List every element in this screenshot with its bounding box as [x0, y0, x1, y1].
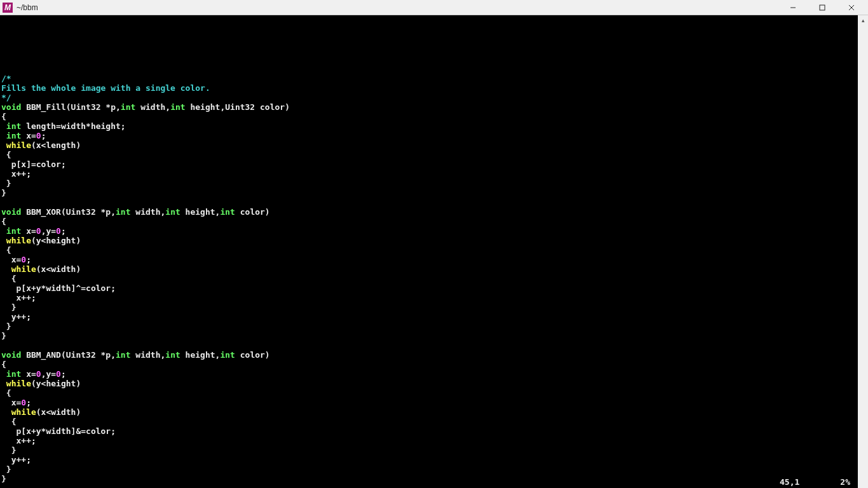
titlebar[interactable]: M ~/bbm: [0, 0, 868, 15]
code-line: x++;: [1, 436, 868, 445]
code-line: {: [1, 150, 868, 159]
code-line: y++;: [1, 455, 868, 464]
code-content: /*Fills the whole image with a single co…: [1, 74, 868, 484]
code-line: {: [1, 388, 868, 398]
code-line: }: [1, 322, 868, 331]
code-line: int length=width*height;: [1, 121, 868, 131]
code-line: }: [1, 445, 868, 455]
code-line: }: [1, 331, 868, 341]
code-line: void BBM_XOR(Uint32 *p,int width,int hei…: [1, 207, 868, 217]
scroll-percent: 2%: [840, 477, 850, 487]
code-line: /*: [1, 74, 868, 83]
code-line: y++;: [1, 312, 868, 322]
maximize-button[interactable]: [813, 1, 831, 14]
code-line: x++;: [1, 293, 868, 302]
code-line: [1, 198, 868, 207]
code-line: int x=0,y=0;: [1, 226, 868, 236]
app-icon: M: [3, 3, 13, 13]
code-line: p[x+y*width]^=color;: [1, 283, 868, 293]
code-line: */: [1, 93, 868, 102]
code-editor[interactable]: /*Fills the whole image with a single co…: [0, 15, 868, 488]
code-line: x=0;: [1, 398, 868, 407]
code-line: {: [1, 360, 868, 369]
editor-top-padding: [1, 36, 868, 55]
code-line: x=0;: [1, 255, 868, 264]
code-line: void BBM_Fill(Uint32 *p,int width,int he…: [1, 102, 868, 112]
window-controls: [784, 1, 860, 14]
code-line: int x=0,y=0;: [1, 369, 868, 379]
code-line: [1, 341, 868, 350]
code-line: }: [1, 302, 868, 312]
code-line: {: [1, 217, 868, 226]
close-button[interactable]: [843, 1, 860, 14]
status-bar: 45,1 2%: [780, 477, 868, 488]
code-line: {: [1, 112, 868, 121]
vertical-scrollbar[interactable]: ▴: [858, 15, 868, 488]
cursor-position: 45,1: [780, 477, 799, 487]
code-line: while(x<width): [1, 407, 868, 417]
code-line: p[x]=color;: [1, 159, 868, 169]
code-line: {: [1, 274, 868, 283]
code-line: }: [1, 464, 868, 474]
code-line: while(x<length): [1, 140, 868, 150]
code-line: {: [1, 417, 868, 426]
app-window: M ~/bbm /*Fills the whole image with a s…: [0, 0, 868, 488]
scroll-up-arrow[interactable]: ▴: [858, 15, 868, 25]
svg-rect-1: [820, 5, 825, 10]
code-line: }: [1, 474, 868, 484]
code-line: {: [1, 245, 868, 255]
code-line: while(y<height): [1, 379, 868, 388]
window-title: ~/bbm: [17, 3, 784, 12]
code-line: Fills the whole image with a single colo…: [1, 83, 868, 93]
code-line: void BBM_AND(Uint32 *p,int width,int hei…: [1, 350, 868, 360]
code-line: int x=0;: [1, 131, 868, 140]
code-line: while(x<width): [1, 264, 868, 274]
code-line: x++;: [1, 169, 868, 179]
code-line: }: [1, 188, 868, 198]
code-line: p[x+y*width]&=color;: [1, 426, 868, 436]
minimize-button[interactable]: [784, 1, 802, 14]
code-line: }: [1, 179, 868, 188]
code-line: while(y<height): [1, 236, 868, 245]
